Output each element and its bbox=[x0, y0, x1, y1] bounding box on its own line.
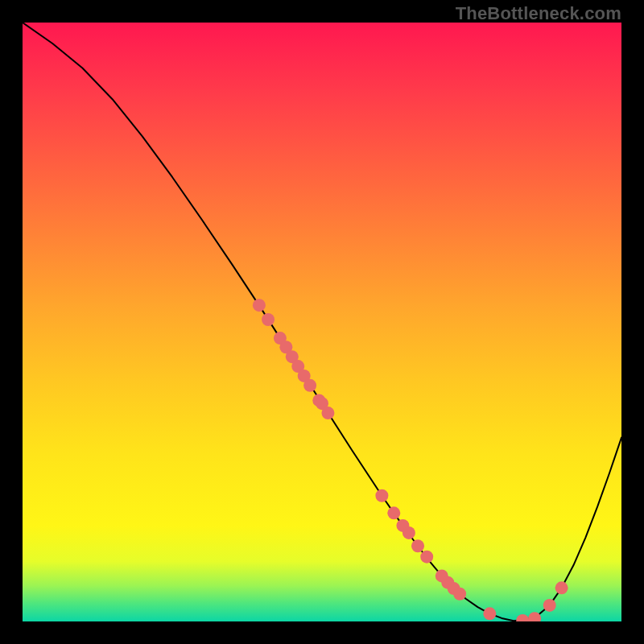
chart-frame bbox=[23, 23, 621, 621]
watermark-text: TheBottleneck.com bbox=[456, 3, 621, 24]
marker-dot bbox=[411, 539, 424, 552]
marker-dot bbox=[420, 551, 433, 564]
marker-dot bbox=[453, 588, 466, 601]
chart-svg bbox=[23, 23, 621, 621]
marker-dot bbox=[321, 407, 334, 419]
marker-dot bbox=[543, 599, 556, 612]
marker-dot bbox=[375, 489, 388, 502]
marker-dot bbox=[483, 607, 496, 620]
marker-dot bbox=[387, 506, 400, 519]
marker-dot bbox=[253, 299, 266, 312]
marker-dot bbox=[555, 581, 568, 594]
marker-dot bbox=[303, 379, 316, 392]
marker-dot bbox=[402, 526, 415, 539]
marker-dot bbox=[262, 313, 275, 326]
curve-line bbox=[23, 23, 621, 621]
marker-dot bbox=[516, 614, 529, 621]
